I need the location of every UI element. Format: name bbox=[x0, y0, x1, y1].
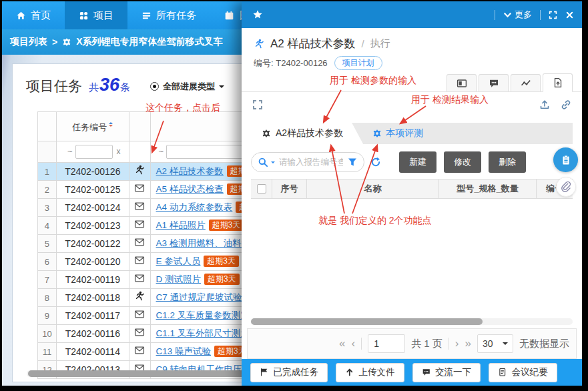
icon-tab-chat[interactable] bbox=[479, 74, 509, 91]
expand-icon[interactable] bbox=[549, 11, 557, 19]
task-link[interactable]: E 参试人员 bbox=[156, 256, 201, 266]
nav-tab-label: 所有任务 bbox=[156, 9, 196, 22]
action-button-修改[interactable]: 修改 bbox=[444, 151, 481, 173]
breadcrumb-project[interactable]: X系列锂电专用窄体坐驾前移式叉车 bbox=[76, 36, 222, 48]
task-link[interactable]: C7 通过规定爬坡试验 bbox=[156, 292, 242, 302]
trend-icon bbox=[521, 78, 531, 89]
panel-title-block: A2 样品技术参数 / 执行 编号: T2402-00126 项目计划 bbox=[242, 28, 582, 72]
mail-icon bbox=[134, 345, 145, 356]
mail-icon bbox=[134, 183, 145, 193]
task-code: 编号: T2402-00126 bbox=[254, 57, 328, 69]
scrollbar-thumb[interactable] bbox=[251, 318, 483, 325]
prev-page-button[interactable]: ‹ bbox=[352, 337, 356, 350]
divider bbox=[361, 338, 362, 350]
icon-tab-strip bbox=[242, 72, 582, 92]
divider bbox=[449, 338, 449, 350]
task-count: 共36条 bbox=[89, 75, 130, 95]
filter-funnel-icon[interactable] bbox=[347, 157, 358, 167]
report-search-box[interactable] bbox=[251, 152, 364, 172]
mail-icon bbox=[134, 255, 145, 266]
nav-tab-label: 项目 bbox=[93, 9, 113, 22]
plan-tag-badge: 项目计划 bbox=[334, 56, 382, 70]
star-icon[interactable] bbox=[252, 9, 263, 20]
nav-tab-首页[interactable]: 首页 bbox=[2, 1, 65, 29]
more-button[interactable]: 更多 bbox=[503, 9, 532, 21]
task-stage: 执行 bbox=[370, 37, 390, 50]
panel-subtoolbar bbox=[242, 92, 582, 117]
pagination-bar: « ‹ 共 1 页 › » 30 无数据显示 bbox=[247, 328, 577, 359]
column-header: 型号_规格_数量 bbox=[439, 179, 537, 198]
divider bbox=[540, 10, 541, 20]
task-link[interactable]: A2 样品技术参数 bbox=[156, 166, 224, 176]
fullscreen-icon[interactable] bbox=[252, 99, 263, 110]
arrowup-icon bbox=[345, 368, 354, 377]
nav-tab-所有任务[interactable]: 所有任务 bbox=[127, 1, 210, 29]
nav-tab-项目[interactable]: 项目 bbox=[65, 1, 127, 29]
link-icon[interactable] bbox=[561, 99, 571, 110]
task-link[interactable]: A5 样品状态检查 bbox=[156, 184, 224, 194]
footer-button-已完成任务[interactable]: 已完成任务 bbox=[250, 363, 328, 382]
action-buttons: 新建修改删除 bbox=[399, 151, 526, 173]
refresh-icon[interactable] bbox=[370, 157, 381, 167]
select-all-checkbox[interactable] bbox=[257, 184, 266, 193]
empty-data-text: 无数据显示 bbox=[519, 338, 569, 350]
caret-down-icon bbox=[271, 161, 275, 165]
detail-toolbar: 新建修改删除 bbox=[251, 151, 573, 173]
page-size-select[interactable]: 30 bbox=[477, 334, 513, 353]
page-title: 项目任务 bbox=[26, 77, 82, 95]
gear-icon bbox=[372, 129, 382, 138]
close-icon[interactable] bbox=[565, 11, 574, 19]
clear-filter[interactable]: x bbox=[117, 147, 121, 156]
radio-icon bbox=[150, 82, 159, 91]
calendar-icon bbox=[224, 11, 234, 21]
clipboard-float-button[interactable] bbox=[553, 147, 578, 172]
task-link[interactable]: A1 样品照片 bbox=[156, 220, 206, 230]
progress-type-filter[interactable]: 全部进展类型 bbox=[150, 81, 224, 93]
mail-icon bbox=[134, 309, 145, 320]
last-page-button[interactable]: » bbox=[465, 337, 471, 350]
breadcrumb-separator: > bbox=[52, 37, 57, 47]
tab-本项评测[interactable]: 本项评测 bbox=[363, 123, 432, 144]
footer-button-上传文件[interactable]: 上传文件 bbox=[336, 363, 404, 382]
grid-icon bbox=[79, 11, 89, 21]
overdue-badge: 超期3天 bbox=[204, 256, 239, 267]
first-page-button[interactable]: « bbox=[339, 337, 345, 350]
tab-A2样品技术参数[interactable]: A2样品技术参数 bbox=[251, 123, 363, 144]
footer-button-会议纪要[interactable]: 会议纪要 bbox=[489, 363, 557, 382]
column-header-task-id[interactable]: 任务编号 bbox=[56, 112, 129, 141]
task-link[interactable]: C13 噪声试验 bbox=[156, 346, 212, 356]
icon-tab-kanban[interactable] bbox=[447, 74, 477, 91]
chatline-icon bbox=[422, 368, 431, 377]
search-input[interactable] bbox=[278, 157, 344, 167]
footer-button-交流一下[interactable]: 交流一下 bbox=[412, 363, 481, 382]
breadcrumb-root[interactable]: 项目列表 bbox=[10, 36, 47, 48]
task-link[interactable]: D 测试照片 bbox=[156, 274, 202, 284]
task-title: A2 样品技术参数 bbox=[270, 36, 356, 51]
next-page-button[interactable]: › bbox=[455, 337, 459, 350]
filepage-icon bbox=[553, 77, 563, 88]
screenshot-stage: 首页项目所有任务日历 项目列表 > X系列锂电专用窄体坐驾前移式叉车 项目任务 … bbox=[0, 0, 588, 391]
task-id-filter-input[interactable] bbox=[75, 145, 113, 159]
task-link[interactable]: A4 动力系统参数表 bbox=[156, 202, 233, 212]
attachment-button[interactable] bbox=[556, 177, 576, 197]
task-link[interactable]: C1.1 叉车外部尺寸测量 bbox=[156, 328, 250, 338]
caret-down-icon bbox=[503, 342, 508, 348]
sort-icon[interactable] bbox=[109, 120, 113, 129]
search-icon bbox=[258, 157, 268, 167]
icon-tab-trend[interactable] bbox=[511, 74, 541, 91]
progress-filter-label: 全部进展类型 bbox=[163, 81, 215, 93]
mail-icon bbox=[134, 219, 145, 230]
kanban-icon bbox=[457, 78, 467, 89]
overdue-badge: 超期3天 bbox=[209, 220, 244, 231]
running-person-icon bbox=[254, 39, 264, 49]
task-link[interactable]: C1.2 叉车质量参数测定 bbox=[156, 310, 250, 320]
panel-horizontal-scrollbar[interactable] bbox=[251, 318, 573, 325]
icon-tab-filepage[interactable] bbox=[543, 73, 573, 92]
mail-icon bbox=[134, 327, 145, 338]
action-button-删除[interactable]: 删除 bbox=[489, 151, 526, 173]
upload-icon[interactable] bbox=[539, 99, 550, 110]
nav-tab-label: 首页 bbox=[31, 9, 51, 22]
action-button-新建[interactable]: 新建 bbox=[399, 151, 436, 173]
panel-titlebar: 更多 bbox=[242, 1, 582, 28]
page-number-input[interactable] bbox=[368, 334, 405, 353]
